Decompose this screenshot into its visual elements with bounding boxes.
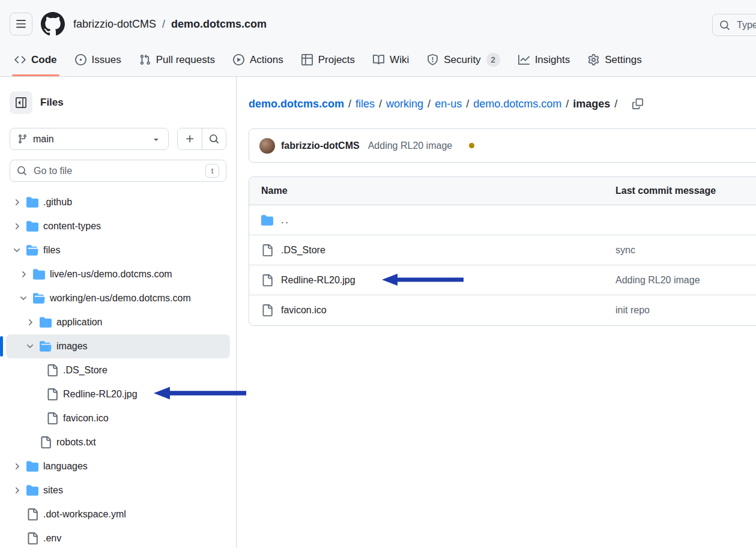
chevron-right-icon xyxy=(12,486,22,495)
tree-chevron[interactable] xyxy=(19,269,28,279)
tree-chevron[interactable] xyxy=(12,197,22,207)
play-icon xyxy=(233,54,244,65)
tab-code[interactable]: Code xyxy=(8,43,63,76)
tree-chevron[interactable] xyxy=(25,342,35,351)
tree-item-application[interactable]: application xyxy=(6,310,230,334)
tree-item-favicon-ico[interactable]: favicon.ico xyxy=(6,406,230,430)
file-name-link[interactable]: favicon.ico xyxy=(281,305,327,316)
tree-item-files[interactable]: files xyxy=(6,238,230,262)
commit-message-cell[interactable]: sync xyxy=(615,245,635,255)
breadcrumb-segment-en-us[interactable]: en-us xyxy=(435,98,462,110)
tab-settings[interactable]: Settings xyxy=(582,43,647,76)
file-row-favicon-ico[interactable]: favicon.ico init repo xyxy=(249,295,756,325)
file-tree: .github content-types files live/en-us/d… xyxy=(0,190,236,548)
tree-item-github[interactable]: .github xyxy=(6,190,230,214)
chevron-down-icon xyxy=(25,342,35,351)
tree-item-robots-txt[interactable]: robots.txt xyxy=(6,430,230,454)
repo-context-separator: / xyxy=(162,18,165,31)
commit-message-cell[interactable]: init repo xyxy=(615,305,650,315)
file-row-updir[interactable]: .. xyxy=(249,205,756,235)
collapse-sidebar-button[interactable] xyxy=(10,91,32,114)
branch-selector-button[interactable]: main xyxy=(10,128,169,150)
repo-name-link[interactable]: demo.dotcms.com xyxy=(171,18,267,31)
file-name-link[interactable]: .DS_Store xyxy=(281,245,325,256)
tab-pull-requests[interactable]: Pull requests xyxy=(133,43,221,76)
shield-icon xyxy=(427,54,438,65)
folder-open-icon xyxy=(40,340,52,352)
file-name-link[interactable]: Redline-RL20.jpg xyxy=(281,275,355,286)
gear-icon xyxy=(588,54,599,65)
tree-chevron[interactable] xyxy=(12,221,22,231)
file-icon xyxy=(261,304,273,316)
tree-chevron[interactable] xyxy=(12,462,22,471)
tree-chevron xyxy=(32,366,41,375)
tree-chevron[interactable] xyxy=(12,486,22,495)
tree-item-dot-workspace-yml[interactable]: .dot-workspace.yml xyxy=(6,502,230,526)
avatar[interactable] xyxy=(259,138,275,154)
tree-item-redline-rl20-jpg[interactable]: Redline-RL20.jpg xyxy=(6,382,230,406)
tree-item-ds-store[interactable]: .DS_Store xyxy=(6,358,230,382)
tree-item-live-en-us-demo-dotcms-com[interactable]: live/en-us/demo.dotcms.com xyxy=(6,262,230,286)
tab-insights[interactable]: Insights xyxy=(512,43,576,76)
nav-tab-label: Settings xyxy=(605,54,641,66)
copy-path-button[interactable] xyxy=(629,95,647,113)
file-name-link[interactable]: .. xyxy=(281,215,290,226)
path-breadcrumb: demo.dotcms.com/files/working/en-us/demo… xyxy=(249,98,621,110)
commit-message-cell[interactable]: Adding RL20 image xyxy=(615,275,700,285)
folder-icon xyxy=(26,460,38,472)
tree-item-label: content-types xyxy=(43,221,101,232)
tree-item-languages[interactable]: languages xyxy=(6,454,230,478)
file-icon xyxy=(261,244,273,256)
breadcrumb-segment-demo-dotcms-com[interactable]: demo.dotcms.com xyxy=(249,98,344,110)
global-search-box[interactable] xyxy=(712,14,756,36)
tree-item-env[interactable]: .env xyxy=(6,526,230,548)
tree-chevron[interactable] xyxy=(12,245,22,255)
tab-security[interactable]: Security 2 xyxy=(421,43,506,76)
breadcrumb-separator: / xyxy=(344,98,355,110)
folder-icon xyxy=(33,268,45,280)
app-header: fabrizzio-dotCMS / demo.dotcms.com xyxy=(0,0,756,43)
file-table-header: Name Last commit message xyxy=(249,177,756,205)
goto-file-input[interactable] xyxy=(32,165,200,177)
tab-wiki[interactable]: Wiki xyxy=(367,43,415,76)
breadcrumb-separator: / xyxy=(375,98,386,110)
issue-opened-icon xyxy=(75,54,86,65)
file-icon xyxy=(40,436,52,448)
breadcrumb-segment-demo-dotcms-com[interactable]: demo.dotcms.com xyxy=(473,98,561,110)
commit-author-link[interactable]: fabrizzio-dotCMS xyxy=(281,140,360,151)
file-row-ds-store[interactable]: .DS_Store sync xyxy=(249,235,756,265)
tab-actions[interactable]: Actions xyxy=(227,43,289,76)
file-row-redline-rl20-jpg[interactable]: Redline-RL20.jpg Adding RL20 image xyxy=(249,265,756,295)
tree-item-images[interactable]: images xyxy=(6,334,230,358)
tree-item-sites[interactable]: sites xyxy=(6,478,230,502)
repo-owner-link[interactable]: fabrizzio-dotCMS xyxy=(73,18,156,31)
tree-item-label: live/en-us/demo.dotcms.com xyxy=(50,269,172,280)
global-search-input[interactable] xyxy=(736,19,756,31)
search-this-repo-button[interactable] xyxy=(202,128,226,149)
goto-file-box[interactable]: t xyxy=(10,160,226,182)
hamburger-menu-button[interactable] xyxy=(10,13,32,35)
breadcrumb-segment-files[interactable]: files xyxy=(355,98,375,110)
add-file-button[interactable] xyxy=(178,128,202,149)
tree-item-label: files xyxy=(43,245,60,256)
commit-status-dot[interactable] xyxy=(469,143,474,148)
tree-item-content-types[interactable]: content-types xyxy=(6,214,230,238)
file-icon xyxy=(46,412,58,424)
breadcrumb-segment-working[interactable]: working xyxy=(386,98,423,110)
tree-item-label: .dot-workspace.yml xyxy=(43,509,126,520)
folder-open-icon xyxy=(33,292,45,304)
current-branch-label: main xyxy=(33,134,54,145)
tree-chevron[interactable] xyxy=(25,318,35,327)
chevron-down-icon xyxy=(19,294,28,303)
folder-icon xyxy=(26,484,38,496)
commit-message-link[interactable]: Adding RL20 image xyxy=(368,140,453,151)
search-icon xyxy=(719,20,730,31)
file-table-body: .. .DS_Store sync Redline-RL20.jpg Addin… xyxy=(249,205,756,325)
tab-projects[interactable]: Projects xyxy=(295,43,361,76)
tree-item-working-en-us-demo-dotcms-com[interactable]: working/en-us/demo.dotcms.com xyxy=(6,286,230,310)
folder-icon xyxy=(26,220,38,232)
path-breadcrumb-row: demo.dotcms.com/files/working/en-us/demo… xyxy=(249,95,756,113)
github-logo[interactable] xyxy=(41,12,65,36)
tab-issues[interactable]: Issues xyxy=(69,43,127,76)
tree-chevron[interactable] xyxy=(19,294,28,303)
